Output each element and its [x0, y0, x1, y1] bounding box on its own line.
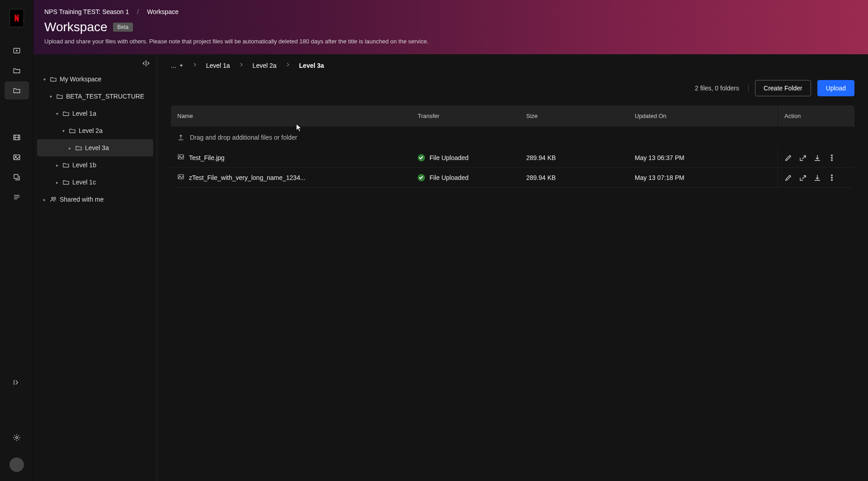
tree-label: My Workspace	[60, 75, 101, 83]
svg-point-16	[54, 197, 56, 198]
tree-label: Shared with me	[60, 196, 104, 203]
settings-icon[interactable]	[5, 429, 29, 447]
upload-icon	[177, 134, 184, 141]
caret-down-icon[interactable]: ▾	[42, 77, 47, 82]
more-icon[interactable]	[828, 174, 836, 182]
col-size[interactable]: Size	[520, 113, 628, 119]
project-breadcrumb: NPS Training TEST: Season 1 / Workspace	[44, 8, 854, 15]
chevron-right-icon	[192, 61, 198, 69]
toolbar: 2 files, 0 folders Create Folder Upload	[157, 76, 868, 105]
folder-breadcrumb: ... Level 1a Level 2a Level 3a	[157, 54, 868, 76]
col-action: Action	[778, 105, 854, 127]
file-name: Test_File.jpg	[189, 154, 225, 161]
caret-down-icon[interactable]: ▾	[54, 111, 60, 116]
folder-icon	[69, 127, 76, 134]
svg-marker-17	[179, 65, 183, 66]
edit-icon[interactable]	[784, 174, 793, 182]
share-icon[interactable]	[799, 154, 807, 162]
tree-label: Level 3a	[85, 144, 109, 151]
file-size: 289.94 KB	[526, 174, 556, 181]
caret-right-icon[interactable]: ▸	[54, 163, 60, 168]
svg-marker-1	[16, 50, 18, 52]
col-transfer[interactable]: Transfer	[411, 113, 520, 119]
rail-workspace-icon[interactable]	[5, 81, 29, 99]
upload-button[interactable]: Upload	[817, 80, 854, 96]
svg-point-25	[831, 174, 833, 176]
rail-media-icon[interactable]	[5, 168, 29, 186]
edit-icon[interactable]	[784, 154, 793, 162]
caret-down-icon[interactable]: ▾	[48, 94, 53, 99]
page-header: NPS Training TEST: Season 1 / Workspace …	[0, 0, 868, 54]
tree-item[interactable]: ▸Level 1c	[37, 174, 153, 191]
chevron-right-icon	[285, 61, 291, 69]
tree-item[interactable]: ▾BETA_TEST_STRUCTURE	[37, 88, 153, 105]
image-icon	[177, 173, 184, 182]
table-row[interactable]: Test_File.jpgFile Uploaded289.94 KBMay 1…	[171, 148, 854, 168]
rail-folder-icon[interactable]	[5, 61, 29, 80]
drop-zone[interactable]: Drag and drop additional files or folder	[171, 127, 854, 148]
tree-item[interactable]: ▾Level 1a	[37, 105, 153, 122]
crumb-separator: /	[137, 8, 139, 15]
status-success-icon	[418, 154, 425, 161]
transfer-status: File Uploaded	[429, 174, 468, 181]
svg-point-13	[15, 437, 18, 439]
tree-label: BETA_TEST_STRUCTURE	[66, 93, 144, 100]
user-avatar[interactable]	[9, 457, 24, 472]
breadcrumb-overflow[interactable]: ...	[171, 62, 184, 69]
rail-expand-icon[interactable]	[5, 373, 29, 391]
folder-icon	[62, 179, 70, 186]
folder-icon	[62, 110, 70, 117]
updated-on: May 13 06:37 PM	[635, 154, 684, 161]
col-name[interactable]: Name	[171, 113, 411, 119]
rail-list-icon[interactable]	[5, 188, 29, 206]
tree-item[interactable]: ▸Shared with me	[37, 191, 153, 208]
left-rail	[0, 0, 33, 481]
folder-stats: 2 files, 0 folders	[695, 85, 749, 92]
folder-icon	[62, 161, 70, 169]
tree-label: Level 2a	[79, 127, 103, 134]
tree-item[interactable]: ▸Level 3a	[37, 139, 153, 156]
folder-tree-panel: ▾My Workspace▾BETA_TEST_STRUCTURE▾Level …	[33, 54, 157, 481]
caret-down-icon[interactable]: ▾	[61, 128, 66, 133]
breadcrumb-current: Level 3a	[299, 62, 324, 69]
create-folder-button[interactable]: Create Folder	[755, 80, 811, 96]
image-icon	[177, 153, 184, 162]
collapse-panel-icon[interactable]	[142, 59, 151, 70]
tree-label: Level 1c	[72, 179, 96, 186]
caret-right-icon[interactable]: ▸	[67, 146, 72, 151]
tree-item[interactable]: ▸Level 1b	[37, 156, 153, 174]
rail-film-icon[interactable]	[5, 128, 29, 146]
caret-right-icon[interactable]: ▸	[54, 180, 60, 185]
chevron-right-icon	[238, 61, 245, 69]
download-icon[interactable]	[813, 174, 821, 182]
svg-point-22	[831, 159, 833, 160]
tree-item[interactable]: ▾Level 2a	[37, 122, 153, 139]
folder-tree: ▾My Workspace▾BETA_TEST_STRUCTURE▾Level …	[37, 71, 153, 208]
brand-logo[interactable]	[9, 9, 24, 27]
transfer-status: File Uploaded	[429, 154, 468, 161]
file-name: zTest_File_with_very_long_name_1234...	[189, 174, 306, 181]
table-row[interactable]: zTest_File_with_very_long_name_1234...Fi…	[171, 168, 854, 188]
project-crumb[interactable]: NPS Training TEST: Season 1	[44, 8, 129, 15]
table-header: Name Transfer Size Updated On Action	[171, 105, 854, 127]
breadcrumb-link[interactable]: Level 1a	[206, 62, 230, 69]
workspace-crumb[interactable]: Workspace	[147, 8, 179, 15]
rail-play-icon[interactable]	[5, 42, 29, 60]
file-size: 289.94 KB	[526, 154, 556, 161]
download-icon[interactable]	[813, 154, 821, 162]
tree-item[interactable]: ▾My Workspace	[37, 71, 153, 88]
folder-icon	[50, 75, 57, 83]
folder-icon	[56, 93, 63, 100]
folder-icon	[75, 144, 82, 151]
svg-rect-8	[14, 174, 18, 179]
updated-on: May 13 07:18 PM	[635, 174, 684, 181]
caret-right-icon[interactable]: ▸	[42, 197, 47, 202]
share-icon[interactable]	[799, 174, 807, 182]
rail-image-icon[interactable]	[5, 148, 29, 166]
breadcrumb-link[interactable]: Level 2a	[253, 62, 277, 69]
files-table: Name Transfer Size Updated On Action Dra…	[171, 105, 854, 188]
more-icon[interactable]	[828, 154, 836, 162]
svg-point-21	[831, 157, 833, 158]
col-updated[interactable]: Updated On	[628, 113, 778, 119]
shared-icon	[50, 196, 57, 203]
